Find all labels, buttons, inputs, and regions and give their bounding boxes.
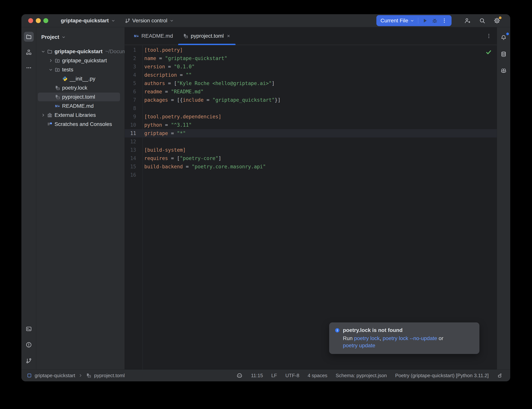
tree-item-scratches-and-consoles[interactable]: Scratches and Consoles [36,120,125,129]
project-panel-title: Project [41,34,59,40]
code-line-12[interactable]: 12 [125,138,497,146]
code-line-8[interactable]: 8 [125,104,497,112]
breadcrumb-file[interactable]: pyproject.toml [94,373,125,379]
tree-item-pyproject-toml[interactable]: pyproject.toml [36,93,125,102]
line-number: 2 [125,56,136,61]
project-panel-header[interactable]: Project [36,27,125,41]
more-tool-windows-button[interactable] [24,63,34,73]
breadcrumb-project[interactable]: griptape-quickstart [35,373,75,379]
status-item[interactable]: Schema: pyproject.json [336,373,387,379]
code-line-10[interactable]: 10python = "^3.11" [125,121,497,129]
notification-link[interactable]: poetry update [343,343,375,348]
terminal-button[interactable] [24,324,34,334]
libs-icon [47,112,53,118]
chevron-down-icon [169,18,174,23]
copilot-icon[interactable] [236,372,243,379]
settings-button[interactable] [493,17,501,25]
code-text: [tool.poetry.dependencies] [144,114,221,120]
more-h-icon [26,65,32,71]
run-widget: Current File [376,15,451,26]
close-window-button[interactable] [28,18,33,23]
tree-item-griptape-quickstart[interactable]: griptape-quickstart~/Docume [36,47,125,56]
project-tree: griptape-quickstart~/Documegriptape_quic… [36,47,125,129]
tree-item-readme-md[interactable]: README.md [36,102,125,111]
run-config-selector[interactable]: Current File [381,18,415,24]
badge-dot [499,17,502,19]
scratches-icon [47,121,53,127]
status-item[interactable]: Poetry (griptape-quickstart) [Python 3.1… [395,373,489,379]
ai-assistant-icon [500,68,507,74]
status-item[interactable]: UTF-8 [285,373,299,379]
vcs-selector[interactable]: Version control [125,18,174,24]
code-line-14[interactable]: 14requires = ["poetry-core"] [125,154,497,162]
project-selector[interactable]: griptape-quickstart [61,18,116,24]
inspections-ok-check-icon[interactable] [486,49,492,55]
code-line-6[interactable]: 6readme = "README.md" [125,87,497,96]
problems-button[interactable] [24,340,34,350]
database-icon [500,51,507,57]
minimize-window-button[interactable] [36,18,41,23]
code-line-9[interactable]: 9[tool.poetry.dependencies] [125,112,497,121]
database-button[interactable] [499,49,509,59]
tab-readme-md[interactable]: README.md [128,27,178,45]
notification-body: Run poetry lock, poetry lock --no-update… [343,335,474,349]
tab-pyproject-toml[interactable]: pyproject.toml [178,27,236,45]
folder-src-icon [55,67,60,73]
code-line-11[interactable]: 11griptape = "*" [125,129,497,138]
chevron-down-icon [111,18,116,23]
debug-button[interactable] [431,18,438,24]
ai-assistant-button[interactable] [499,66,509,76]
tree-item-tests[interactable]: tests [36,65,125,74]
code-text: description = "" [144,72,192,78]
run-config-label: Current File [381,18,408,24]
code-text: version = "0.1.0" [144,64,195,69]
chevron-right-icon[interactable] [47,58,55,63]
toml-file-icon [86,373,92,378]
search-button[interactable] [478,17,486,25]
notifications-button[interactable] [499,33,509,42]
tree-item-external-libraries[interactable]: External Libraries [36,111,125,120]
code-line-5[interactable]: 5authors = ["Kyle Roche <hello@griptape.… [125,79,497,87]
title-bar: griptape-quickstart Version control Curr… [21,14,510,27]
code-editor[interactable]: 1[tool.poetry]2name = "griptape-quicksta… [125,45,497,369]
git-branch-button[interactable] [24,356,34,366]
code-line-15[interactable]: 15build-backend = "poetry.core.masonry.a… [125,162,497,171]
toml-icon [183,33,188,39]
chevron-right-icon[interactable] [39,112,47,118]
notification-text: , [380,335,383,341]
status-item[interactable]: LF [271,373,277,379]
tree-item-griptape-quickstart[interactable]: griptape_quickstart [36,56,125,65]
status-item[interactable]: 11:15 [251,373,263,379]
code-text: authors = ["Kyle Roche <hello@griptape.a… [144,81,275,86]
code-line-7[interactable]: 7packages = [{include = "griptape_quicks… [125,96,497,104]
chevron-down-icon[interactable] [47,67,55,72]
code-line-13[interactable]: 13[build-system] [125,146,497,154]
project-folder-button[interactable] [24,32,34,42]
notification-link[interactable]: poetry lock [354,335,380,341]
zoom-window-button[interactable] [43,18,48,23]
tab-label: pyproject.toml [191,33,224,39]
add-user-button[interactable] [463,17,472,25]
structure-button[interactable] [24,47,34,57]
tree-item-poetry-lock[interactable]: poetry.lock [36,83,125,93]
tab-options-kebab-icon[interactable] [486,33,492,39]
status-items: 11:15LFUTF-84 spacesSchema: pyproject.js… [251,373,489,379]
code-line-4[interactable]: 4description = "" [125,71,497,79]
unlocked-icon[interactable] [497,373,503,378]
tree-item--init-py[interactable]: __init__.py [36,74,125,83]
status-item[interactable]: 4 spaces [308,373,327,379]
chevron-down-icon[interactable] [39,49,47,54]
notification-link[interactable]: poetry lock --no-update [383,335,437,341]
tree-item-label: griptape_quickstart [62,57,107,64]
branch-icon [26,357,32,364]
more-run-options-button[interactable] [441,18,447,24]
project-widget-icon[interactable] [27,373,32,378]
notification-balloon[interactable]: poetry.lock is not found Run poetry lock… [329,323,479,354]
close-tab-icon[interactable] [226,34,231,38]
run-button[interactable] [422,18,428,24]
code-line-3[interactable]: 3version = "0.1.0" [125,63,497,71]
code-line-2[interactable]: 2name = "griptape-quickstart" [125,54,497,63]
code-line-16[interactable]: 16 [125,171,497,179]
code-area: 1[tool.poetry]2name = "griptape-quicksta… [125,46,497,179]
code-line-1[interactable]: 1[tool.poetry] [125,46,497,54]
